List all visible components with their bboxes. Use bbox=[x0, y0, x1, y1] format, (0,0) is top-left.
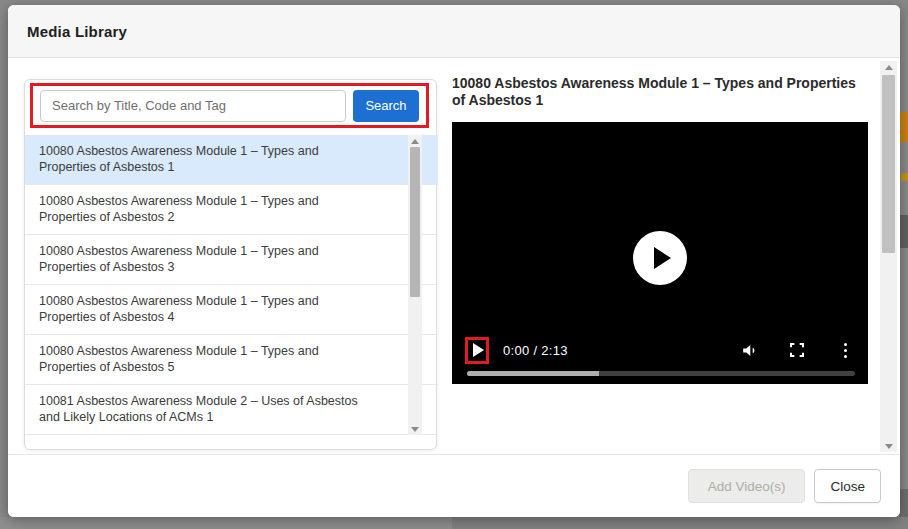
media-list-item[interactable]: 10080 Asbestos Awareness Module 1 – Type… bbox=[25, 335, 438, 385]
scroll-down-icon[interactable] bbox=[880, 440, 897, 452]
media-list-item[interactable]: 10080 Asbestos Awareness Module 1 – Type… bbox=[25, 135, 438, 185]
scroll-up-icon[interactable] bbox=[880, 61, 897, 73]
modal-title: Media Library bbox=[27, 23, 127, 40]
background-page-band bbox=[899, 215, 908, 248]
background-page-logo bbox=[899, 112, 908, 142]
time-display: 0:00 / 2:13 bbox=[503, 343, 568, 358]
body-scrollbar[interactable] bbox=[880, 61, 897, 452]
big-play-button[interactable] bbox=[633, 231, 687, 285]
media-list-item[interactable]: 10081 Asbestos Awareness Module 2 – Uses… bbox=[25, 385, 438, 435]
video-progress-buffered bbox=[467, 371, 599, 376]
modal-header: Media Library bbox=[8, 5, 900, 58]
volume-icon[interactable] bbox=[739, 340, 759, 360]
play-button-annotation[interactable] bbox=[465, 337, 489, 364]
kebab-menu-icon[interactable] bbox=[835, 340, 855, 360]
modal-body: Search 10080 Asbestos Awareness Module 1… bbox=[8, 59, 900, 454]
body-scrollbar-thumb[interactable] bbox=[882, 75, 895, 253]
list-scrollbar[interactable] bbox=[408, 135, 422, 435]
media-library-modal: Media Library Search 10080 Asbestos Awar… bbox=[8, 5, 900, 517]
background-page-accent bbox=[901, 173, 908, 181]
preview-title: 10080 Asbestos Awareness Module 1 – Type… bbox=[452, 75, 868, 109]
preview-panel: 10080 Asbestos Awareness Module 1 – Type… bbox=[452, 75, 868, 384]
media-list-panel: Search 10080 Asbestos Awareness Module 1… bbox=[24, 79, 437, 450]
list-scrollbar-thumb[interactable] bbox=[410, 147, 420, 297]
media-list-item[interactable]: 10080 Asbestos Awareness Module 1 – Type… bbox=[25, 235, 438, 285]
scroll-down-icon[interactable] bbox=[408, 423, 422, 435]
search-bar-annotation: Search bbox=[30, 83, 429, 128]
close-button[interactable]: Close bbox=[814, 469, 881, 503]
play-icon bbox=[654, 247, 671, 269]
video-progress-bar[interactable] bbox=[467, 371, 855, 376]
video-player[interactable]: 0:00 / 2:13 bbox=[452, 122, 868, 384]
modal-footer: Add Video(s) Close bbox=[8, 454, 900, 517]
scroll-up-icon[interactable] bbox=[408, 135, 422, 147]
background-page-bottom bbox=[0, 517, 452, 529]
background-page-bottom bbox=[452, 517, 908, 529]
video-controls: 0:00 / 2:13 bbox=[465, 336, 855, 364]
search-button[interactable]: Search bbox=[353, 90, 419, 122]
fullscreen-icon[interactable] bbox=[787, 340, 807, 360]
media-list-item[interactable]: 10080 Asbestos Awareness Module 1 – Type… bbox=[25, 285, 438, 335]
background-page-band bbox=[899, 489, 908, 517]
search-input[interactable] bbox=[40, 90, 346, 122]
media-list: 10080 Asbestos Awareness Module 1 – Type… bbox=[25, 135, 438, 435]
add-videos-button[interactable]: Add Video(s) bbox=[688, 469, 806, 503]
play-icon bbox=[473, 343, 484, 357]
media-list-item[interactable]: 10080 Asbestos Awareness Module 1 – Type… bbox=[25, 185, 438, 235]
